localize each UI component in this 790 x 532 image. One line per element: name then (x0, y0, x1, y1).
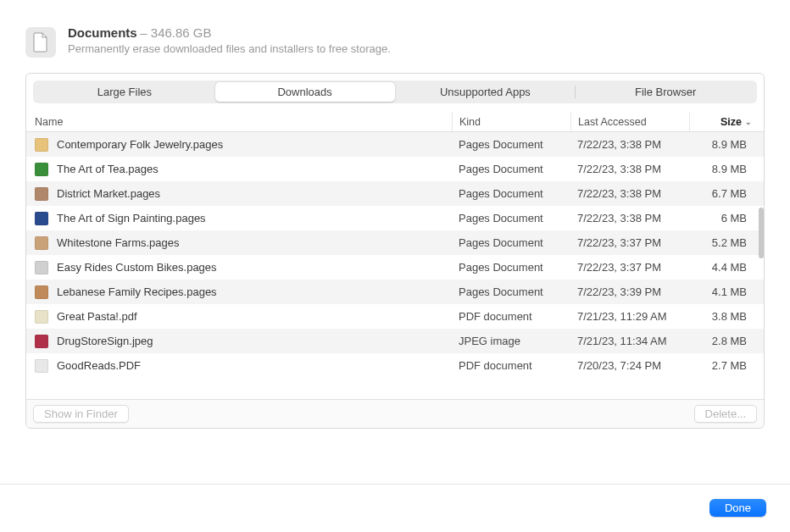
file-last-accessed: 7/21/23, 11:34 AM (570, 335, 689, 347)
file-last-accessed: 7/22/23, 3:38 PM (570, 163, 689, 175)
file-name: Whitestone Farms.pages (57, 236, 180, 249)
table-row[interactable]: Easy Rides Custom Bikes.pagesPages Docum… (26, 255, 764, 280)
file-name: Contemporary Folk Jewelry.pages (57, 138, 223, 151)
show-in-finder-button[interactable]: Show in Finder (33, 405, 129, 423)
storage-size: – 346.86 GB (140, 25, 211, 40)
file-icon (35, 236, 48, 250)
page-title: Documents (68, 25, 137, 40)
file-kind: Pages Document (452, 163, 570, 175)
delete-button[interactable]: Delete... (694, 405, 757, 423)
file-icon (35, 187, 48, 201)
page-subtitle: Permanently erase downloaded files and i… (68, 42, 391, 55)
file-last-accessed: 7/22/23, 3:38 PM (570, 212, 689, 224)
file-size: 2.8 MB (689, 335, 757, 347)
table-row[interactable]: The Art of Tea.pagesPages Document7/22/2… (26, 157, 764, 181)
content-panel: Large FilesDownloadsUnsupported AppsFile… (25, 73, 765, 429)
table-row[interactable]: GoodReads.PDFPDF document7/20/23, 7:24 P… (26, 353, 764, 378)
file-kind: Pages Document (452, 212, 570, 224)
file-size: 3.8 MB (689, 310, 757, 323)
file-size: 8.9 MB (689, 138, 757, 151)
scrollbar-thumb[interactable] (759, 208, 764, 258)
column-size[interactable]: Size ⌄ (689, 112, 757, 131)
file-name: Lebanese Family Recipes.pages (57, 285, 217, 298)
table-row[interactable]: The Art of Sign Painting.pagesPages Docu… (26, 206, 764, 230)
table-row[interactable]: DrugStoreSign.jpegJPEG image7/21/23, 11:… (26, 329, 764, 353)
file-last-accessed: 7/22/23, 3:37 PM (570, 236, 689, 249)
header-text: Documents – 346.86 GB Permanently erase … (68, 25, 391, 55)
file-kind: PDF document (452, 359, 570, 372)
file-last-accessed: 7/22/23, 3:39 PM (570, 285, 689, 298)
file-kind: Pages Document (452, 236, 570, 249)
tab-file-browser[interactable]: File Browser (576, 82, 755, 102)
file-size: 5.2 MB (689, 236, 757, 249)
tab-large-files[interactable]: Large Files (35, 82, 214, 102)
file-last-accessed: 7/20/23, 7:24 PM (570, 359, 689, 372)
category-tabs: Large FilesDownloadsUnsupported AppsFile… (33, 80, 757, 103)
tab-downloads[interactable]: Downloads (215, 82, 395, 102)
file-name: District Market.pages (57, 187, 160, 200)
file-name: Great Pasta!.pdf (57, 310, 137, 323)
file-size: 8.9 MB (689, 163, 757, 175)
file-last-accessed: 7/22/23, 3:38 PM (570, 187, 689, 200)
sort-caret-icon: ⌄ (745, 118, 752, 126)
file-icon (35, 285, 48, 299)
file-icon (35, 359, 48, 373)
column-last-accessed[interactable]: Last Accessed (570, 112, 689, 131)
file-icon (35, 261, 48, 274)
table-row[interactable]: Great Pasta!.pdfPDF document7/21/23, 11:… (26, 304, 764, 329)
file-name: The Art of Sign Painting.pages (57, 212, 206, 224)
file-name: Easy Rides Custom Bikes.pages (57, 261, 217, 274)
file-size: 2.7 MB (689, 359, 757, 372)
dialog-actions: Done (709, 499, 766, 517)
header: Documents – 346.86 GB Permanently erase … (0, 0, 790, 73)
tab-unsupported-apps[interactable]: Unsupported Apps (396, 82, 576, 102)
file-name: The Art of Tea.pages (57, 163, 159, 175)
table-row[interactable]: District Market.pagesPages Document7/22/… (26, 181, 764, 206)
column-name[interactable]: Name (33, 112, 452, 131)
file-icon (35, 335, 48, 348)
file-kind: Pages Document (452, 285, 570, 298)
file-kind: Pages Document (452, 187, 570, 200)
table-row[interactable]: Contemporary Folk Jewelry.pagesPages Doc… (26, 132, 764, 157)
file-last-accessed: 7/22/23, 3:37 PM (570, 261, 689, 274)
file-name: GoodReads.PDF (57, 359, 141, 372)
divider (0, 484, 790, 485)
column-kind[interactable]: Kind (452, 112, 570, 131)
table-header[interactable]: Name Kind Last Accessed Size ⌄ (26, 112, 764, 132)
file-kind: Pages Document (452, 261, 570, 274)
file-name: DrugStoreSign.jpeg (57, 335, 153, 347)
file-last-accessed: 7/22/23, 3:38 PM (570, 138, 689, 151)
file-icon (35, 163, 48, 176)
file-kind: Pages Document (452, 138, 570, 151)
file-size: 4.4 MB (689, 261, 757, 274)
file-size: 4.1 MB (689, 285, 757, 298)
file-icon (35, 310, 48, 324)
file-kind: PDF document (452, 310, 570, 323)
storage-documents-panel: Documents – 346.86 GB Permanently erase … (0, 0, 790, 532)
file-list: Contemporary Folk Jewelry.pagesPages Doc… (26, 132, 764, 399)
file-icon (35, 138, 48, 152)
file-last-accessed: 7/21/23, 11:29 AM (570, 310, 689, 323)
list-footer: Show in Finder Delete... (26, 399, 764, 428)
table-row[interactable]: Whitestone Farms.pagesPages Document7/22… (26, 230, 764, 255)
table-row[interactable]: Lebanese Family Recipes.pagesPages Docum… (26, 280, 764, 304)
done-button[interactable]: Done (709, 499, 766, 517)
file-size: 6.7 MB (689, 187, 757, 200)
file-kind: JPEG image (452, 335, 570, 347)
document-icon (25, 27, 56, 58)
file-icon (35, 212, 48, 225)
file-size: 6 MB (689, 212, 757, 224)
